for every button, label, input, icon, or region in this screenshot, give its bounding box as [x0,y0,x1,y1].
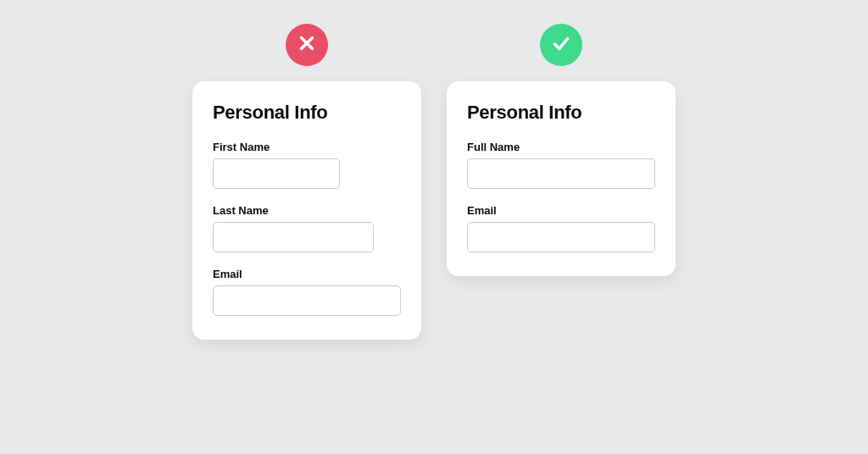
comparison-container: Personal Info First Name Last Name Email [192,24,676,340]
first-name-input[interactable] [213,158,340,189]
card-title: Personal Info [213,102,401,124]
field-last-name: Last Name [213,204,401,252]
good-form-card: Personal Info Full Name Email [447,81,676,276]
bad-example-column: Personal Info First Name Last Name Email [192,24,421,340]
field-email-bad: Email [213,268,401,316]
field-first-name: First Name [213,141,401,189]
good-example-column: Personal Info Full Name Email [447,24,676,340]
email-label-good: Email [467,204,655,217]
email-input-good[interactable] [467,222,655,252]
check-icon [550,32,572,58]
x-icon [296,32,318,58]
bad-badge [286,24,328,66]
full-name-input[interactable] [467,158,655,189]
good-badge [540,24,582,66]
field-email-good: Email [467,204,655,252]
full-name-label: Full Name [467,141,655,153]
email-label-bad: Email [213,268,401,280]
email-input-bad[interactable] [213,285,401,316]
first-name-label: First Name [213,141,401,153]
card-title: Personal Info [467,102,655,124]
field-full-name: Full Name [467,141,655,189]
bad-form-card: Personal Info First Name Last Name Email [192,81,421,340]
last-name-input[interactable] [213,222,374,252]
last-name-label: Last Name [213,204,401,217]
